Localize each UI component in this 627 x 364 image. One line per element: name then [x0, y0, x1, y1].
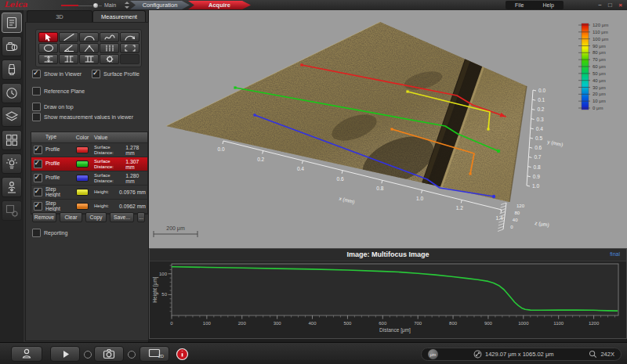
- tab-acquire[interactable]: Acquire: [188, 1, 251, 9]
- menu-file[interactable]: File: [515, 2, 524, 8]
- svg-text:1.0: 1.0: [532, 183, 539, 189]
- svg-text:100 μm: 100 μm: [593, 37, 608, 41]
- option-show-in-viewer[interactable]: Show in Viewer: [32, 70, 82, 78]
- row-visibility-checkbox[interactable]: [34, 146, 42, 154]
- roughness-tool[interactable]: [100, 43, 119, 53]
- sidebar-item-history[interactable]: [2, 83, 22, 103]
- svg-text:0.5: 0.5: [535, 135, 542, 141]
- viewer-3d[interactable]: 0.00.20.40.60.81.01.21.4x (mm)0.00.10.20…: [149, 10, 627, 248]
- step-height-2-tool[interactable]: [59, 54, 78, 64]
- copy-button[interactable]: Copy: [85, 212, 107, 222]
- option-surface-profile[interactable]: Surface Profile: [92, 70, 140, 78]
- row-visibility-checkbox[interactable]: [34, 188, 42, 196]
- curve-tool[interactable]: [100, 32, 119, 42]
- measure-settings-tool[interactable]: [100, 54, 119, 64]
- measurement-row-1[interactable]: ProfileSurface Distance:1.278 mm: [31, 143, 147, 157]
- bottom-toolbar: 2D μm 1429.07 μm x 1065.02 μm 242X: [0, 342, 627, 364]
- user-button[interactable]: [11, 346, 42, 362]
- clear-button[interactable]: Clear: [60, 212, 82, 222]
- layers-icon: [5, 110, 19, 124]
- sidebar-item-objective[interactable]: [2, 59, 22, 80]
- row-visibility-checkbox[interactable]: [34, 160, 42, 168]
- field-of-view-group: 1429.07 μm x 1065.02 μm: [473, 350, 553, 359]
- live-play-button[interactable]: [50, 346, 80, 362]
- step-height-tool[interactable]: [38, 54, 58, 64]
- sidebar-item-experiment-browser[interactable]: [2, 13, 22, 33]
- opacity-slider-knob[interactable]: [92, 2, 99, 9]
- view-2d-button[interactable]: 2D: [140, 346, 169, 362]
- checkbox-icon[interactable]: [32, 70, 41, 78]
- user-icon: [20, 347, 34, 361]
- height-profile-chart[interactable]: 0100200300400500600700800900100011001200…: [150, 261, 626, 339]
- row-visibility-checkbox[interactable]: [34, 202, 42, 211]
- checkbox-icon[interactable]: [32, 229, 41, 237]
- step-height-3-tool[interactable]: [79, 54, 99, 64]
- maximize-icon[interactable]: □: [607, 1, 614, 9]
- curve-tool-icon: [103, 33, 116, 41]
- save-button[interactable]: Save...: [110, 212, 134, 222]
- angle-3point-tool[interactable]: [79, 43, 99, 53]
- capture-status-radio[interactable]: [128, 351, 136, 359]
- measurement-row-3[interactable]: ProfileSurface Distance:1.280 mm: [31, 171, 147, 186]
- option-show-measurement-values-in-viewer[interactable]: Show measurement values in viewer: [32, 113, 133, 121]
- sidebar-item-camera[interactable]: [2, 36, 22, 56]
- sidebar-item-processing[interactable]: [2, 200, 22, 221]
- measurement-row-4[interactable]: Step HeightHeight:0.0976 mm: [31, 186, 147, 200]
- sidebar-item-export-user[interactable]: [2, 177, 22, 197]
- option-label: Show measurement values in viewer: [44, 114, 133, 120]
- checkbox-icon[interactable]: [92, 70, 100, 78]
- angle-tool[interactable]: [59, 43, 78, 53]
- svg-text:80: 80: [514, 211, 520, 215]
- arc-angle-tool[interactable]: [120, 32, 140, 42]
- measurement-toolbox: [35, 29, 142, 67]
- freeform-tool-icon: [42, 44, 55, 52]
- dimensions-icon: [473, 350, 482, 359]
- option-reporting[interactable]: Reporting: [32, 229, 67, 237]
- minimize-icon[interactable]: −: [596, 1, 603, 9]
- sidebar-item-mosaic[interactable]: [2, 130, 22, 150]
- tab-3d[interactable]: 3D: [27, 10, 92, 22]
- measurement-row-2[interactable]: ProfileSurface Distance:1.307 mm: [31, 157, 147, 171]
- fit-tool[interactable]: [120, 43, 140, 53]
- sidebar-item-illumination[interactable]: [2, 153, 22, 174]
- option-draw-on-top[interactable]: Draw on top: [32, 103, 74, 111]
- measurement-type: Profile: [44, 161, 72, 167]
- close-icon[interactable]: ×: [617, 1, 624, 9]
- titlebar: Leica Main Configuration Acquire File He…: [0, 0, 627, 11]
- checkbox-icon[interactable]: [32, 87, 41, 96]
- svg-text:100: 100: [159, 272, 168, 276]
- arc-tool[interactable]: [79, 32, 99, 42]
- unit-badge[interactable]: μm: [428, 349, 438, 359]
- row-visibility-checkbox[interactable]: [34, 174, 42, 182]
- window-controls: − □ ×: [596, 1, 624, 9]
- chart-y-axis-label: Height [μm]: [152, 276, 158, 303]
- info-button[interactable]: [174, 346, 190, 362]
- capture-button[interactable]: [94, 346, 124, 362]
- svg-text:200: 200: [238, 321, 247, 326]
- profile-spinner-icon[interactable]: [125, 2, 129, 9]
- remove-button[interactable]: Remove: [32, 212, 56, 222]
- step-height-3-tool-icon: [83, 55, 96, 63]
- svg-text:800: 800: [449, 321, 458, 326]
- sidebar-item-layers[interactable]: [2, 106, 22, 127]
- measurement-value: 1.307 mm: [125, 159, 146, 170]
- surface-3d-scene[interactable]: 0.00.20.40.60.81.01.21.4x (mm)0.00.10.20…: [149, 10, 627, 248]
- tab-measurement[interactable]: Measurement: [92, 10, 146, 22]
- menu-help[interactable]: Help: [543, 2, 554, 8]
- profile-select[interactable]: Main: [104, 1, 116, 9]
- checkbox-icon[interactable]: [32, 103, 41, 111]
- live-status-radio[interactable]: [84, 351, 92, 359]
- checkbox-icon[interactable]: [32, 113, 41, 121]
- option-reference-plane[interactable]: Reference Plane: [32, 87, 85, 96]
- svg-text:1.4: 1.4: [495, 215, 502, 221]
- tab-configuration[interactable]: Configuration: [130, 1, 190, 9]
- chart-source-link[interactable]: final: [610, 251, 620, 257]
- select-tool[interactable]: [38, 32, 58, 42]
- more-button[interactable]: ...: [137, 212, 145, 222]
- freeform-tool[interactable]: [38, 43, 58, 53]
- color-swatch: [76, 203, 89, 210]
- svg-text:20 μm: 20 μm: [593, 92, 606, 96]
- table-header-row: TypeColorValue: [31, 132, 147, 143]
- measurement-value: 1.278 mm: [125, 145, 146, 156]
- line-tool[interactable]: [59, 32, 78, 42]
